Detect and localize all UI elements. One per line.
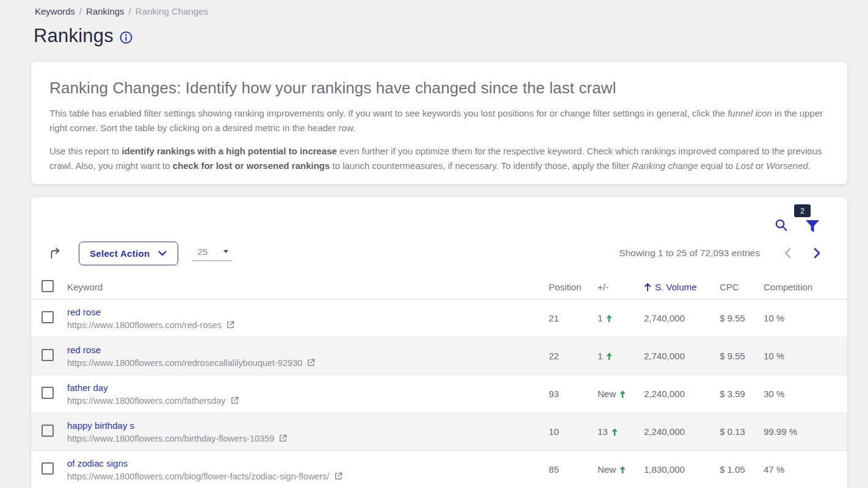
column-header-keyword[interactable]: Keyword (67, 282, 549, 292)
previous-page-icon[interactable] (784, 248, 791, 259)
competition-value: 99.99 % (764, 426, 847, 437)
keyword-link[interactable]: red rose (67, 345, 101, 355)
change-value: 1 (598, 351, 644, 361)
column-header-position[interactable]: Position (549, 282, 598, 292)
cpc-value: $ 3.59 (720, 389, 764, 399)
sort-ascending-icon (644, 282, 651, 292)
table-actions-row: 2 (31, 209, 847, 237)
competition-value: 30 % (764, 389, 847, 399)
keyword-link[interactable]: happy birthday s (67, 420, 134, 431)
row-url: https://www.1800flowers.com/birthday-flo… (67, 434, 274, 443)
select-all-checkbox[interactable] (42, 280, 54, 292)
volume-value: 2,240,000 (644, 389, 720, 399)
row-checkbox[interactable] (42, 349, 54, 361)
intro-paragraph-1: This table has enabled filter settings s… (49, 106, 829, 135)
next-page-icon[interactable] (814, 248, 821, 259)
export-icon[interactable] (49, 246, 62, 260)
column-header-competition[interactable]: Competition (764, 282, 847, 292)
volume-value: 2,740,000 (644, 313, 720, 323)
table-row: happy birthday s https://www.1800flowers… (31, 413, 847, 451)
breadcrumb: Keywords / Rankings / Ranking Changes (35, 6, 868, 16)
row-checkbox[interactable] (42, 425, 54, 437)
change-value: New (598, 389, 644, 399)
row-url: https://www.1800flowers.com/red-roses (67, 320, 222, 330)
page-size-value: 25 (197, 246, 208, 257)
position-value: 21 (549, 313, 598, 323)
table-row: father day https://www.1800flowers.com/f… (31, 375, 847, 413)
funnel-icon-mention: funnel icon (728, 108, 772, 118)
cpc-value: $ 0.13 (720, 426, 764, 437)
row-checkbox[interactable] (42, 311, 54, 323)
column-header-volume[interactable]: S. Volume (644, 282, 720, 292)
change-value: New (598, 464, 644, 475)
external-link-icon[interactable] (226, 320, 235, 329)
competition-value: 10 % (764, 313, 847, 323)
filter-funnel-icon[interactable] (805, 219, 820, 236)
intro-paragraph-2: Use this report to identify rankings wit… (49, 144, 829, 173)
breadcrumb-separator: / (129, 6, 131, 16)
rankings-table: Keyword Position +/- S. Volume CPC Compe… (31, 274, 847, 488)
arrow-up-icon (619, 465, 626, 474)
breadcrumb-ranking-changes: Ranking Changes (136, 6, 208, 16)
position-value: 22 (549, 351, 598, 361)
row-checkbox[interactable] (42, 387, 54, 399)
column-header-cpc[interactable]: CPC (720, 282, 764, 292)
external-link-icon[interactable] (306, 358, 316, 367)
change-value: 1 (598, 313, 644, 323)
table-row: red rose https://www.1800flowers.com/red… (31, 337, 847, 375)
page-size-select[interactable]: 25 (192, 245, 232, 261)
keyword-link[interactable]: father day (67, 382, 108, 393)
arrow-up-icon (619, 390, 626, 398)
table-header-row: Keyword Position +/- S. Volume CPC Compe… (31, 274, 847, 300)
showing-entries-text: Showing 1 to 25 of 72,093 entries (619, 248, 760, 259)
top-bar: Keywords / Rankings / Ranking Changes Ra… (0, 0, 868, 47)
position-value: 85 (549, 464, 598, 475)
caret-down-icon (223, 250, 228, 253)
breadcrumb-separator: / (79, 6, 82, 16)
search-icon[interactable] (774, 218, 789, 235)
keyword-link[interactable]: of zodiac signs (67, 458, 128, 468)
competition-value: 10 % (764, 351, 847, 361)
select-action-button[interactable]: Select Action (79, 242, 178, 265)
cpc-value: $ 9.55 (720, 351, 764, 361)
breadcrumb-keywords[interactable]: Keywords (35, 6, 75, 16)
keyword-link[interactable]: red rose (67, 307, 101, 317)
table-row: of zodiac signs https://www.1800flowers.… (31, 451, 847, 488)
position-value: 10 (549, 426, 598, 437)
info-icon[interactable] (120, 31, 132, 44)
arrow-up-icon (606, 314, 613, 323)
volume-value: 1,830,000 (644, 464, 720, 475)
position-value: 93 (549, 389, 598, 399)
competition-value: 47 % (764, 464, 847, 475)
change-value: 13 (598, 426, 644, 437)
breadcrumb-rankings[interactable]: Rankings (86, 6, 125, 16)
arrow-up-icon (606, 352, 613, 361)
volume-value: 2,740,000 (644, 351, 720, 361)
table-row: red rose https://www.1800flowers.com/red… (31, 300, 847, 337)
external-link-icon[interactable] (334, 472, 343, 481)
page-title: Rankings (34, 25, 114, 47)
cpc-value: $ 9.55 (720, 313, 764, 323)
row-checkbox[interactable] (42, 462, 54, 475)
column-header-change[interactable]: +/- (598, 282, 644, 292)
volume-value: 2,240,000 (644, 426, 720, 437)
active-filters-badge: 2 (794, 204, 811, 217)
external-link-icon[interactable] (230, 396, 239, 405)
external-link-icon[interactable] (278, 434, 288, 443)
intro-heading: Ranking Changes: Identify how your ranki… (49, 79, 829, 98)
table-card: 2 Select Action 25 Showing 1 to 25 of 72… (31, 197, 847, 488)
cpc-value: $ 1.05 (720, 464, 764, 475)
row-url: https://www.1800flowers.com/blog/flower-… (67, 472, 330, 481)
row-url: https://www.1800flowers.com/redrosecalla… (67, 358, 302, 368)
row-url: https://www.1800flowers.com/fathersday (67, 396, 226, 406)
arrow-up-icon (611, 428, 618, 436)
intro-card: Ranking Changes: Identify how your ranki… (31, 62, 847, 184)
table-toolbar: Select Action 25 Showing 1 to 25 of 72,0… (31, 240, 847, 267)
chevron-down-icon (158, 251, 167, 256)
